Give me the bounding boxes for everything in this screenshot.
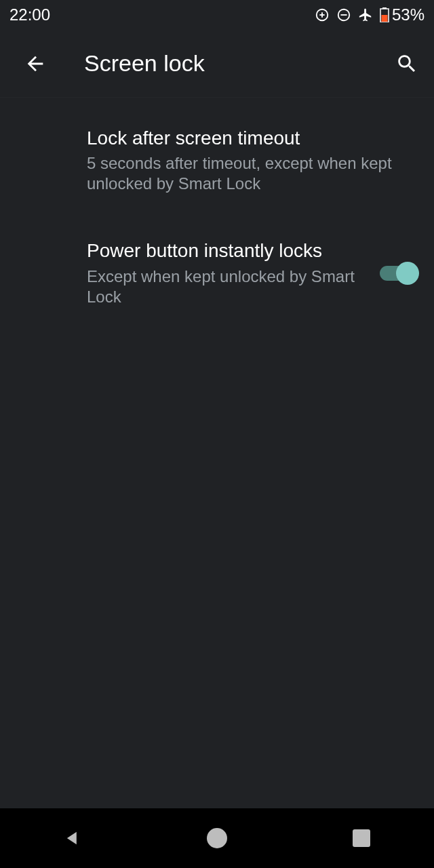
status-icons: 53% <box>315 5 425 24</box>
setting-title: Power button instantly locks <box>87 239 369 263</box>
setting-subtitle: Except when kept unlocked by Smart Lock <box>87 267 369 307</box>
arrow-back-icon <box>24 52 47 75</box>
square-recents-icon <box>353 829 370 847</box>
setting-text: Lock after screen timeout 5 seconds afte… <box>87 126 418 194</box>
circle-home-icon <box>207 828 227 848</box>
battery-indicator: 53% <box>380 5 425 24</box>
nav-back-button[interactable] <box>32 818 113 859</box>
airplane-mode-icon <box>358 7 373 22</box>
settings-list: Lock after screen timeout 5 seconds afte… <box>0 98 434 323</box>
data-saver-icon <box>315 7 330 22</box>
triangle-back-icon <box>63 829 82 848</box>
search-button[interactable] <box>391 47 423 80</box>
page-title: Screen lock <box>84 50 358 77</box>
setting-subtitle: 5 seconds after timeout, except when kep… <box>87 153 407 194</box>
battery-percent: 53% <box>392 5 425 24</box>
app-bar: Screen lock <box>0 30 434 98</box>
setting-power-button-locks[interactable]: Power button instantly locks Except when… <box>0 210 434 323</box>
status-time: 22:00 <box>9 5 50 24</box>
power-button-locks-toggle[interactable] <box>380 262 418 285</box>
nav-home-button[interactable] <box>176 818 258 859</box>
battery-icon <box>380 7 389 22</box>
do-not-disturb-icon <box>336 7 351 22</box>
svg-rect-7 <box>381 15 387 22</box>
back-button[interactable] <box>19 47 52 80</box>
setting-text: Power button instantly locks Except when… <box>87 239 380 307</box>
status-bar: 22:00 53% <box>0 0 434 30</box>
navigation-bar <box>0 808 434 868</box>
search-icon <box>395 52 418 75</box>
switch-thumb <box>396 262 419 285</box>
setting-lock-after-timeout[interactable]: Lock after screen timeout 5 seconds afte… <box>0 110 434 210</box>
nav-recents-button[interactable] <box>321 818 402 859</box>
setting-title: Lock after screen timeout <box>87 126 407 151</box>
